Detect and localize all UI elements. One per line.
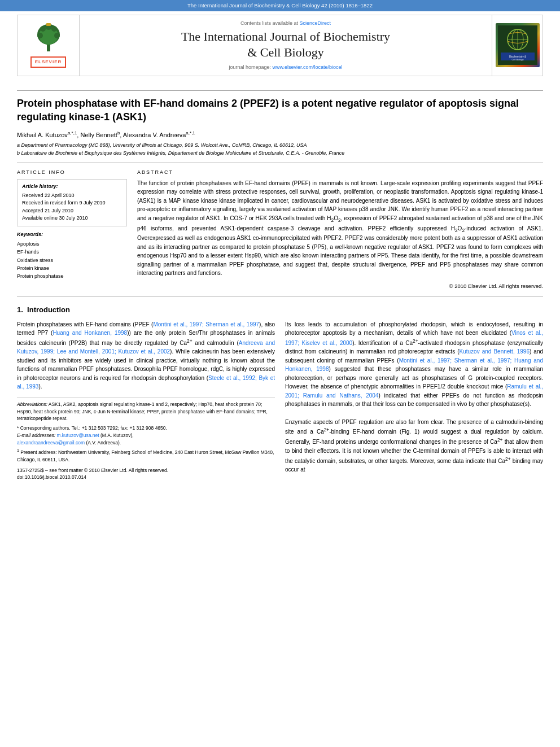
journal-logo-section: Biochemistry & Cell Biology xyxy=(492,15,542,76)
journal-logo-image: Biochemistry & Cell Biology xyxy=(498,25,537,65)
accepted-date: Accepted 21 July 2010 xyxy=(22,207,122,215)
journal-title-section: Contents lists available at ScienceDirec… xyxy=(80,15,492,76)
keywords-section: Keywords: Apoptosis EF-hands Oxidative s… xyxy=(17,231,127,281)
corresponding-author-note: * Corresponding authors. Tel.: +1 312 50… xyxy=(17,425,275,432)
abstract-header: ABSTRACT xyxy=(137,169,543,176)
history-label: Article history: xyxy=(22,183,122,190)
abstract-copyright: © 2010 Elsevier Ltd. All rights reserved… xyxy=(137,282,543,290)
intro-right-col: Its loss leads to accumulation of phosph… xyxy=(285,320,543,482)
copyright-footer: 1357-2725/$ – see front matter © 2010 El… xyxy=(17,467,275,474)
doi-line: doi:10.1016/j.biocel.2010.07.014 xyxy=(17,474,275,481)
elsevier-brand: ELSEVIER xyxy=(30,56,67,68)
intro-right-text-1: Its loss leads to accumulation of phosph… xyxy=(285,320,543,409)
journal-header: ELSEVIER Contents lists available at Sci… xyxy=(17,15,543,76)
science-direct-label: Contents lists available at ScienceDirec… xyxy=(240,20,331,27)
email-line: E-mail addresses: m.kutuzov@usa.net (M.A… xyxy=(17,432,275,447)
keyword-protein-kinase: Protein kinase xyxy=(17,264,127,272)
affiliation-b: b Laboratoire de Biochimie et Biophysiqu… xyxy=(17,150,543,157)
introduction-section: 1. Introduction Protein phosphatases wit… xyxy=(17,305,543,482)
svg-point-5 xyxy=(40,26,46,32)
article-info-header: ARTICLE INFO xyxy=(17,169,127,176)
top-bar-text: The International Journal of Biochemistr… xyxy=(187,2,373,8)
info-abstract-section: ARTICLE INFO Article history: Received 2… xyxy=(17,169,543,290)
elsevier-tree-icon xyxy=(32,23,65,54)
svg-point-3 xyxy=(37,33,43,38)
footnotes-section: Abbreviations: ASK1, ASK2, apoptosis sig… xyxy=(17,397,275,481)
svg-rect-8 xyxy=(46,23,51,26)
keyword-apoptosis: Apoptosis xyxy=(17,240,127,248)
science-direct-link[interactable]: ScienceDirect xyxy=(300,20,331,26)
keyword-ef-hands: EF-hands xyxy=(17,248,127,256)
authors-line: Mikhail A. Kutuzova,*,1, Nelly Bennettb,… xyxy=(17,130,543,140)
affiliation-a: a Department of Pharmacology (MC 868), U… xyxy=(17,142,543,149)
svg-point-4 xyxy=(54,33,60,38)
journal-homepage: journal homepage: www.elsevier.com/locat… xyxy=(229,64,342,71)
abstract-divider xyxy=(17,296,543,296)
abbreviations-text: Abbreviations: ASK1, ASK2, apoptosis sig… xyxy=(17,401,275,422)
article-info-column: ARTICLE INFO Article history: Received 2… xyxy=(17,169,127,290)
intro-title: 1. Introduction xyxy=(17,305,543,316)
authors-divider xyxy=(17,163,543,163)
received-date: Received 22 April 2010 xyxy=(22,192,122,200)
intro-left-text: Protein phosphatases with EF-hand domain… xyxy=(17,320,275,391)
keyword-protein-phosphatase: Protein phosphatase xyxy=(17,272,127,280)
keyword-oxidative: Oxidative stress xyxy=(17,256,127,264)
intro-columns: Protein phosphatases with EF-hand domain… xyxy=(17,320,543,482)
journal-title: The International Journal of Biochemistr… xyxy=(181,29,390,61)
abstract-column: ABSTRACT The function of protein phospha… xyxy=(137,169,543,290)
intro-right-text-2: Enzymatic aspects of PPEF regulation are… xyxy=(285,418,543,474)
keywords-label: Keywords: xyxy=(17,231,127,238)
journal-logo: Biochemistry & Cell Biology xyxy=(496,23,540,67)
article-history-box: Article history: Received 22 April 2010 … xyxy=(17,179,127,226)
top-bar: The International Journal of Biochemistr… xyxy=(0,0,560,11)
svg-point-6 xyxy=(51,26,57,32)
article-container: Protein phosphatase with EF-hand domains… xyxy=(17,76,543,481)
journal-url[interactable]: www.elsevier.com/locate/biocel xyxy=(273,64,343,70)
revised-date: Received in revised form 9 July 2010 xyxy=(22,199,122,207)
article-title: Protein phosphatase with EF-hand domains… xyxy=(17,97,543,124)
svg-text:Cell Biology: Cell Biology xyxy=(511,58,523,61)
elsevier-logo-section: ELSEVIER xyxy=(18,15,80,76)
abstract-text: The function of protein phosphatases wit… xyxy=(137,179,543,278)
available-date: Available online 30 July 2010 xyxy=(22,215,122,222)
header-divider xyxy=(17,90,543,91)
present-address: 1 Present address: Northwestern Universi… xyxy=(17,448,275,463)
intro-left-col: Protein phosphatases with EF-hand domain… xyxy=(17,320,275,482)
